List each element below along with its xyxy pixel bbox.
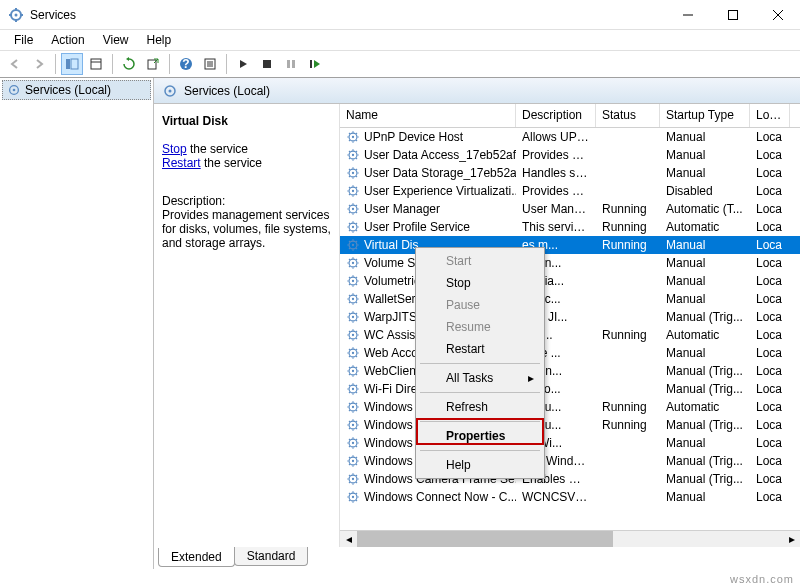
service-row[interactable]: Windows Connect Now - C...WCNCSVC ...Man… <box>340 488 800 506</box>
restart-service-link[interactable]: Restart <box>162 156 201 170</box>
svg-line-205 <box>349 439 350 440</box>
svg-line-237 <box>349 500 350 501</box>
horizontal-scrollbar[interactable]: ◂ ▸ <box>340 530 800 547</box>
gear-icon <box>346 436 360 450</box>
service-row[interactable]: Web Accorvice ...ManualLoca <box>340 344 800 362</box>
svg-line-65 <box>349 187 350 188</box>
service-startup: Manual (Trig... <box>660 418 750 432</box>
scroll-left-arrow[interactable]: ◂ <box>340 531 357 547</box>
forward-button[interactable] <box>28 53 50 75</box>
ctx-restart[interactable]: Restart <box>418 338 542 360</box>
service-row[interactable]: User ManagerUser Manag...RunningAutomati… <box>340 200 800 218</box>
service-row[interactable]: WebClients Win...Manual (Trig...Loca <box>340 362 800 380</box>
service-row[interactable]: Windows Camera Frame Se...Enables mul...… <box>340 470 800 488</box>
service-desc: Handles sto... <box>516 166 596 180</box>
menu-action[interactable]: Action <box>43 31 92 49</box>
gear-icon <box>346 400 360 414</box>
stop-service-link[interactable]: Stop <box>162 142 187 156</box>
svg-line-77 <box>349 212 350 213</box>
svg-line-46 <box>356 158 357 159</box>
minimize-button[interactable] <box>665 0 710 30</box>
help-button[interactable]: ? <box>175 53 197 75</box>
export-list-button[interactable] <box>85 53 107 75</box>
service-row[interactable]: Windowses Wi...ManualLoca <box>340 434 800 452</box>
service-startup: Manual <box>660 292 750 306</box>
svg-rect-14 <box>148 60 156 69</box>
svg-point-230 <box>352 496 354 498</box>
scroll-right-arrow[interactable]: ▸ <box>783 531 800 547</box>
service-name: Windows Connect Now - C... <box>364 490 516 504</box>
tree-root-services-local[interactable]: Services (Local) <box>2 80 151 100</box>
tab-extended[interactable]: Extended <box>158 548 235 567</box>
service-logon: Loca <box>750 202 790 216</box>
svg-line-185 <box>349 403 350 404</box>
col-status[interactable]: Status <box>596 104 660 127</box>
show-hide-tree-button[interactable] <box>61 53 83 75</box>
menu-help[interactable]: Help <box>139 31 180 49</box>
ctx-stop[interactable]: Stop <box>418 272 542 294</box>
pause-service-button[interactable] <box>280 53 302 75</box>
svg-rect-7 <box>728 10 737 19</box>
ctx-all-tasks[interactable]: All Tasks▸ <box>418 367 542 389</box>
service-row[interactable]: Virtual Dises m...RunningManualLoca <box>340 236 800 254</box>
service-row[interactable]: Windowses au...RunningManual (Trig...Loc… <box>340 416 800 434</box>
svg-rect-22 <box>287 60 290 68</box>
service-startup: Automatic <box>660 400 750 414</box>
service-row[interactable]: Windowses au...RunningAutomaticLoca <box>340 398 800 416</box>
svg-point-50 <box>352 172 354 174</box>
close-button[interactable] <box>755 0 800 30</box>
svg-line-95 <box>349 241 350 242</box>
service-startup: Automatic <box>660 220 750 234</box>
svg-line-118 <box>356 277 357 278</box>
menu-file[interactable]: File <box>6 31 41 49</box>
service-row[interactable]: Wi-Fi Direes co...Manual (Trig...Loca <box>340 380 800 398</box>
service-row[interactable]: WarpJITSves a JI...Manual (Trig...Loca <box>340 308 800 326</box>
svg-text:?: ? <box>182 57 189 71</box>
col-name[interactable]: Name <box>340 104 516 127</box>
gear-icon <box>346 184 360 198</box>
service-startup: Manual <box>660 238 750 252</box>
service-name: Web Acco <box>364 346 418 360</box>
properties-button[interactable] <box>199 53 221 75</box>
gear-icon <box>7 83 21 97</box>
svg-point-110 <box>352 280 354 282</box>
service-row[interactable]: User Data Storage_17eb52afHandles sto...… <box>340 164 800 182</box>
col-description[interactable]: Description <box>516 104 596 127</box>
service-row[interactable]: WalletServobjec...ManualLoca <box>340 290 800 308</box>
ctx-properties[interactable]: Properties <box>418 425 542 447</box>
service-logon: Loca <box>750 364 790 378</box>
stop-service-button[interactable] <box>256 53 278 75</box>
service-row[interactable]: UPnP Device HostAllows UPn...ManualLoca <box>340 128 800 146</box>
gear-icon <box>346 274 360 288</box>
service-row[interactable]: User Experience Virtualizati...Provides … <box>340 182 800 200</box>
service-row[interactable]: WC Assistare ...RunningAutomaticLoca <box>340 326 800 344</box>
tab-standard[interactable]: Standard <box>234 547 309 566</box>
view-tabs: Extended Standard <box>154 547 800 569</box>
maximize-button[interactable] <box>710 0 755 30</box>
ctx-help[interactable]: Help <box>418 454 542 476</box>
svg-line-187 <box>349 410 350 411</box>
service-row[interactable]: User Data Access_17eb52afProvides ap...M… <box>340 146 800 164</box>
service-logon: Loca <box>750 238 790 252</box>
service-status: Running <box>596 328 660 342</box>
svg-point-170 <box>352 388 354 390</box>
back-button[interactable] <box>4 53 26 75</box>
ctx-refresh[interactable]: Refresh <box>418 396 542 418</box>
menu-view[interactable]: View <box>95 31 137 49</box>
svg-line-85 <box>349 223 350 224</box>
service-row[interactable]: Volumetricspatia...ManualLoca <box>340 272 800 290</box>
col-startup[interactable]: Startup Type <box>660 104 750 127</box>
svg-line-127 <box>349 302 350 303</box>
export-button[interactable] <box>142 53 164 75</box>
tree-pane: Services (Local) <box>0 78 154 569</box>
service-row[interactable]: Volume Shes an...ManualLoca <box>340 254 800 272</box>
start-service-button[interactable] <box>232 53 254 75</box>
service-row[interactable]: Windows Biometric ServiceThe Windo...Man… <box>340 452 800 470</box>
svg-line-75 <box>349 205 350 206</box>
restart-service-button[interactable] <box>304 53 326 75</box>
service-row[interactable]: User Profile ServiceThis service ...Runn… <box>340 218 800 236</box>
refresh-button[interactable] <box>118 53 140 75</box>
service-name: Volume Sh <box>364 256 422 270</box>
scroll-thumb[interactable] <box>357 531 613 547</box>
col-logon[interactable]: Log On As <box>750 104 790 127</box>
